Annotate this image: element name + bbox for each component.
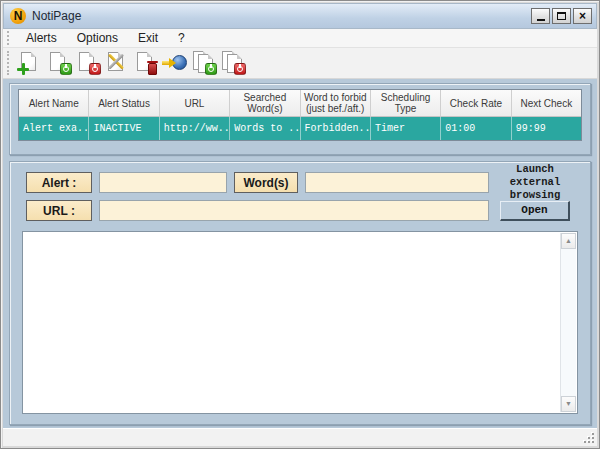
page-content-textarea[interactable]: ▲ ▼ bbox=[22, 231, 578, 414]
power-off-icon bbox=[234, 63, 246, 75]
power-on-icon bbox=[60, 63, 72, 75]
scroll-down-icon[interactable]: ▼ bbox=[561, 396, 576, 412]
plus-icon bbox=[17, 63, 29, 75]
menu-options[interactable]: Options bbox=[67, 29, 128, 47]
cell-alert-status: INACTIVE bbox=[89, 117, 159, 140]
resize-grip-icon[interactable] bbox=[584, 433, 594, 443]
cell-check-rate: 01:00 bbox=[441, 117, 511, 140]
launch-text-cell: Launch external browsing bbox=[496, 172, 574, 193]
url-input[interactable] bbox=[99, 200, 489, 221]
activate-alert-button[interactable] bbox=[45, 50, 73, 76]
title-bar[interactable]: N NotiPage × bbox=[3, 3, 597, 29]
menu-exit[interactable]: Exit bbox=[128, 29, 168, 47]
window-controls: × bbox=[531, 8, 592, 24]
alerts-table: Alert Name Alert Status URL Searched Wor… bbox=[18, 89, 582, 141]
alert-detail-panel: Alert : Word(s) Launch external browsing… bbox=[9, 161, 591, 425]
toolbar-gripper bbox=[7, 51, 12, 75]
client-area: Alert Name Alert Status URL Searched Wor… bbox=[3, 79, 597, 428]
alert-label: Alert : bbox=[26, 172, 92, 193]
col-searched-words[interactable]: Searched Word(s) bbox=[230, 90, 300, 117]
url-label: URL : bbox=[26, 200, 92, 221]
power-off-icon bbox=[89, 63, 101, 75]
maximize-icon bbox=[557, 12, 566, 20]
col-alert-status[interactable]: Alert Status bbox=[89, 90, 159, 117]
launch-page-button[interactable] bbox=[161, 50, 189, 76]
cell-url: http://ww... bbox=[160, 117, 230, 140]
power-on-icon bbox=[205, 63, 217, 75]
modify-alert-button[interactable] bbox=[103, 50, 131, 76]
menu-help[interactable]: ? bbox=[168, 29, 195, 47]
menu-bar: Alerts Options Exit ? bbox=[3, 29, 597, 48]
deactivate-all-alerts-button[interactable] bbox=[219, 50, 247, 76]
cell-searched-words: Words to ... bbox=[230, 117, 300, 140]
col-alert-name[interactable]: Alert Name bbox=[19, 90, 89, 117]
words-label: Word(s) bbox=[234, 172, 298, 193]
cell-alert-name: Alert exa... bbox=[19, 117, 89, 140]
col-scheduling-type[interactable]: Scheduling Type bbox=[371, 90, 441, 117]
app-logo-icon: N bbox=[10, 8, 26, 24]
menu-alerts[interactable]: Alerts bbox=[16, 29, 67, 47]
col-check-rate[interactable]: Check Rate bbox=[441, 90, 511, 117]
col-url[interactable]: URL bbox=[160, 90, 230, 117]
launch-external-browsing-label: Launch external browsing bbox=[496, 163, 574, 202]
trash-icon bbox=[148, 63, 157, 75]
words-input[interactable] bbox=[305, 172, 489, 193]
table-row[interactable]: Alert exa... INACTIVE http://ww... Words… bbox=[19, 117, 581, 140]
cell-next-check: 99:99 bbox=[512, 117, 581, 140]
minimize-icon bbox=[537, 19, 545, 21]
alert-form: Alert : Word(s) Launch external browsing… bbox=[26, 172, 574, 221]
cell-word-to-forbid: Forbidden... bbox=[301, 117, 371, 140]
col-next-check[interactable]: Next Check bbox=[512, 90, 581, 117]
deactivate-alert-button[interactable] bbox=[74, 50, 102, 76]
status-bar bbox=[3, 428, 597, 446]
cell-scheduling-type: Timer bbox=[371, 117, 441, 140]
open-button[interactable]: Open bbox=[500, 201, 570, 221]
maximize-button[interactable] bbox=[552, 8, 571, 24]
minimize-button[interactable] bbox=[531, 8, 550, 24]
menu-gripper bbox=[7, 31, 12, 45]
open-button-cell: Open bbox=[496, 200, 574, 221]
notipage-window: N NotiPage × Alerts Options Exit ? bbox=[0, 0, 600, 449]
activate-all-alerts-button[interactable] bbox=[190, 50, 218, 76]
window-title: NotiPage bbox=[32, 9, 81, 23]
alert-input[interactable] bbox=[99, 172, 227, 193]
vertical-scrollbar[interactable]: ▲ ▼ bbox=[560, 233, 576, 412]
close-icon: × bbox=[579, 10, 586, 22]
add-alert-button[interactable] bbox=[16, 50, 44, 76]
arrow-icon bbox=[162, 59, 176, 67]
alerts-table-panel: Alert Name Alert Status URL Searched Wor… bbox=[9, 83, 591, 155]
col-word-to-forbid[interactable]: Word to forbid (just bef./aft.) bbox=[301, 90, 371, 117]
table-header-row: Alert Name Alert Status URL Searched Wor… bbox=[19, 90, 581, 117]
toolbar bbox=[3, 48, 597, 79]
scroll-up-icon[interactable]: ▲ bbox=[561, 233, 576, 249]
delete-alert-button[interactable] bbox=[132, 50, 160, 76]
close-button[interactable]: × bbox=[573, 8, 592, 24]
